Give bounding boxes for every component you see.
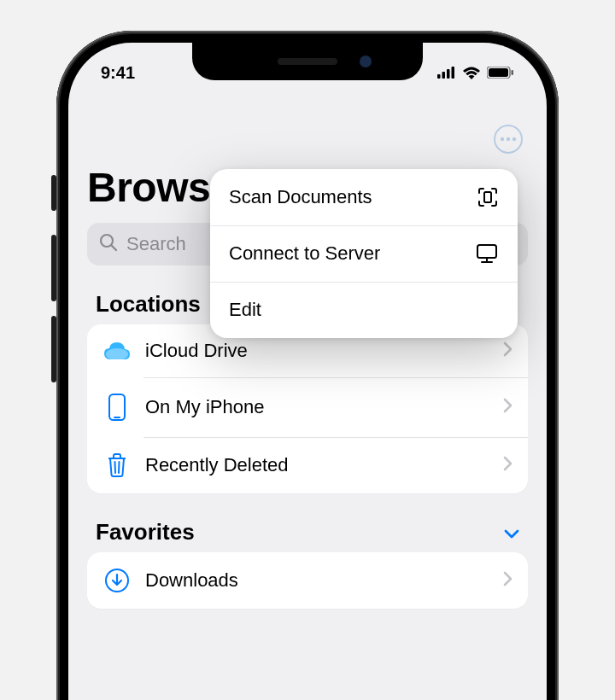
svg-point-7 (501, 137, 504, 141)
server-icon (473, 242, 499, 265)
svg-line-16 (119, 462, 120, 473)
svg-point-12 (106, 348, 128, 360)
chevron-down-icon (504, 519, 519, 545)
svg-rect-3 (452, 67, 455, 79)
download-icon (102, 568, 132, 593)
phone-screen: 9:41 Browse (68, 43, 547, 700)
svg-rect-5 (489, 68, 508, 77)
location-row-iphone[interactable]: On My iPhone (87, 377, 528, 437)
location-row-deleted[interactable]: Recently Deleted (87, 437, 528, 493)
svg-rect-0 (437, 74, 441, 79)
section-title: Locations (96, 291, 201, 318)
svg-point-8 (507, 137, 510, 141)
notch (192, 43, 423, 80)
iphone-icon (102, 393, 132, 422)
chevron-right-icon (503, 398, 512, 417)
svg-line-11 (112, 246, 117, 251)
wifi-icon (462, 66, 481, 79)
svg-rect-1 (442, 72, 446, 79)
ellipsis-icon (500, 137, 517, 142)
icloud-icon (102, 341, 132, 361)
favorites-card: Downloads (87, 552, 528, 609)
svg-line-15 (115, 462, 116, 473)
section-header-favorites[interactable]: Favorites (87, 519, 528, 552)
chevron-right-icon (503, 341, 512, 360)
cellular-icon (437, 67, 456, 79)
menu-item-label: Edit (229, 299, 261, 321)
row-label: On My iPhone (145, 396, 489, 418)
svg-rect-20 (477, 245, 496, 258)
chevron-right-icon (503, 571, 512, 590)
more-menu-popover: Scan Documents Connect to Server Edit (210, 169, 518, 338)
section-title: Favorites (96, 519, 195, 545)
favorite-row-downloads[interactable]: Downloads (87, 552, 528, 609)
svg-rect-2 (447, 69, 450, 79)
menu-item-edit[interactable]: Edit (210, 282, 518, 338)
locations-card: iCloud Drive On My iPhone Recently Delet… (87, 324, 528, 493)
row-label: Downloads (145, 569, 489, 592)
scan-document-icon (473, 186, 499, 208)
menu-item-label: Connect to Server (229, 242, 380, 265)
trash-icon (102, 452, 132, 478)
menu-item-connect-server[interactable]: Connect to Server (210, 225, 518, 282)
svg-rect-6 (512, 70, 514, 75)
svg-point-9 (512, 137, 516, 141)
menu-item-scan-documents[interactable]: Scan Documents (210, 169, 518, 225)
chevron-right-icon (503, 456, 512, 475)
battery-icon (487, 67, 514, 79)
more-button[interactable] (494, 125, 523, 154)
svg-rect-13 (109, 394, 125, 420)
status-indicators (437, 66, 514, 79)
phone-frame: 9:41 Browse (56, 31, 559, 700)
menu-item-label: Scan Documents (229, 186, 372, 208)
search-icon (99, 233, 118, 255)
row-label: Recently Deleted (145, 454, 489, 476)
status-time: 9:41 (101, 63, 135, 83)
svg-rect-19 (484, 192, 491, 202)
row-label: iCloud Drive (145, 340, 489, 362)
